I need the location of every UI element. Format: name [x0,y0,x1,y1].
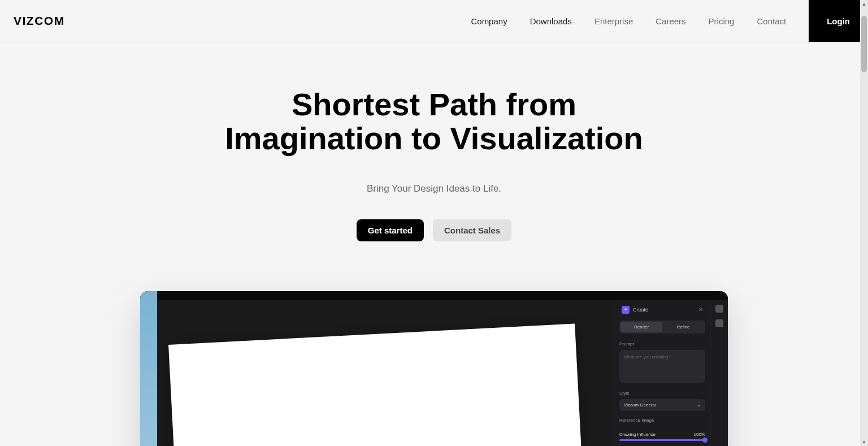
scroll-down-icon[interactable]: ▼ [860,438,868,446]
scrollbar-thumb[interactable] [861,16,867,72]
chevron-down-icon: ⌄ [697,402,701,408]
close-icon[interactable]: ✕ [698,306,703,313]
canvas-paper [168,323,587,446]
influence-row: Drawing Influence 100% [619,432,705,437]
influence-value: 100% [694,432,705,437]
layers-icon[interactable] [715,319,723,327]
app-sidebar: ✦ Create ✕ Render Refine Prompt What are… [615,300,710,446]
vertical-scrollbar[interactable]: ▲ ▼ [860,0,868,446]
app-right-toolbar [710,300,728,446]
hero-title: Shortest Path from Imagination to Visual… [225,88,643,156]
reference-image-label: Reference Image [619,418,705,423]
logo[interactable]: VIZCOM [14,14,65,28]
nav-pricing[interactable]: Pricing [697,0,746,42]
header: VIZCOM Company Downloads Enterprise Care… [0,0,868,42]
hero-buttons: Get started Contact Sales [357,219,511,241]
style-label: Style [619,391,705,396]
prompt-label: Prompt [619,341,705,347]
nav-careers[interactable]: Careers [644,0,697,42]
hero-section: Shortest Path from Imagination to Visual… [0,42,868,446]
hero-title-line1: Shortest Path from [292,86,576,122]
nav-company[interactable]: Company [459,0,518,42]
style-value: Vizcom General [624,402,656,408]
hero-title-line2: Imagination to Visualization [225,120,643,156]
tab-refine[interactable]: Refine [662,322,704,332]
create-label: Create [633,307,648,313]
app-preview: Export ✦ Create ✕ [140,291,728,446]
create-icon: ✦ [622,306,630,314]
nav-enterprise[interactable]: Enterprise [583,0,644,42]
main-nav: Company Downloads Enterprise Careers Pri… [459,0,868,42]
influence-label: Drawing Influence [619,432,656,437]
contact-sales-button[interactable]: Contact Sales [433,219,511,241]
preview-edge-gradient [140,291,157,446]
sidebar-header: ✦ Create ✕ [619,305,705,315]
login-button[interactable]: Login [809,0,868,42]
tab-render[interactable]: Render [620,322,662,332]
slider-thumb[interactable] [702,438,708,443]
hero-subtitle: Bring Your Design Ideas to Life. [367,183,501,194]
app-canvas[interactable] [157,300,615,446]
influence-slider[interactable] [619,439,705,441]
nav-downloads[interactable]: Downloads [519,0,583,42]
prompt-input[interactable]: What are you creating? [619,350,705,383]
expand-icon[interactable] [715,305,723,313]
get-started-button[interactable]: Get started [357,219,424,241]
style-select[interactable]: Vizcom General ⌄ [619,399,705,411]
nav-contact[interactable]: Contact [745,0,797,42]
scroll-up-icon[interactable]: ▲ [860,0,868,8]
app-toolbar [157,291,728,300]
mode-tabs: Render Refine [619,321,705,334]
